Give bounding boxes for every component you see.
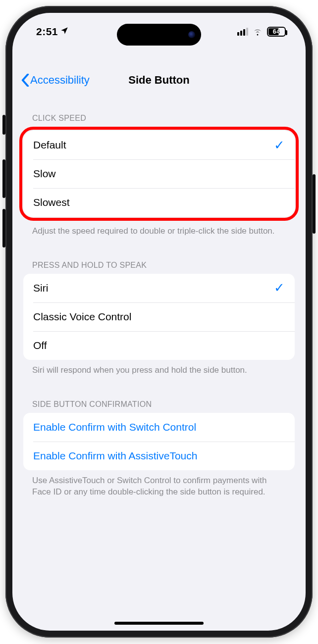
click-speed-option-default[interactable]: Default ✓ xyxy=(23,131,295,159)
checkmark-icon: ✓ xyxy=(274,280,285,296)
section-header-click-speed: CLICK SPEED xyxy=(23,107,295,127)
navigation-bar: Accessibility Side Button xyxy=(12,67,306,93)
confirmation-group: Enable Confirm with Switch Control Enabl… xyxy=(23,413,295,470)
chevron-left-icon xyxy=(21,74,29,87)
option-label: Siri xyxy=(33,282,48,294)
section-header-press-hold: PRESS AND HOLD TO SPEAK xyxy=(23,254,295,274)
battery-percent: 64 xyxy=(273,28,280,35)
section-header-confirmation: SIDE BUTTON CONFIRMATION xyxy=(23,393,295,413)
back-button[interactable]: Accessibility xyxy=(12,74,90,87)
enable-assistivetouch-link[interactable]: Enable Confirm with AssistiveTouch xyxy=(23,442,295,470)
checkmark-icon: ✓ xyxy=(274,138,285,153)
side-button-hardware xyxy=(313,174,316,234)
section-footer-press-hold: Siri will respond when you press and hol… xyxy=(23,360,295,376)
section-footer-confirmation: Use AssistiveTouch or Switch Control to … xyxy=(23,470,295,498)
location-arrow-icon xyxy=(60,26,69,38)
cellular-signal-icon xyxy=(237,28,248,36)
battery-indicator: 64 xyxy=(267,27,286,37)
click-speed-group: Default ✓ Slow Slowest xyxy=(23,131,295,217)
click-speed-option-slowest[interactable]: Slowest xyxy=(23,188,295,217)
status-bar: 2:51 64 xyxy=(12,26,306,38)
enable-switch-control-link[interactable]: Enable Confirm with Switch Control xyxy=(23,413,295,442)
volume-down-button xyxy=(2,209,5,248)
option-label: Slowest xyxy=(33,197,70,208)
option-label: Slow xyxy=(33,168,56,180)
highlight-annotation: Default ✓ Slow Slowest xyxy=(19,127,299,221)
click-speed-option-slow[interactable]: Slow xyxy=(23,159,295,188)
option-label: Off xyxy=(33,340,47,351)
volume-up-button xyxy=(2,159,5,198)
screen: 2:51 64 Accessibil xyxy=(12,13,306,631)
press-hold-option-classic[interactable]: Classic Voice Control xyxy=(23,302,295,331)
link-label: Enable Confirm with AssistiveTouch xyxy=(33,450,197,462)
content: CLICK SPEED Default ✓ Slow Slowest Adjus… xyxy=(12,107,306,631)
back-label: Accessibility xyxy=(30,74,90,87)
press-hold-option-off[interactable]: Off xyxy=(23,331,295,360)
option-label: Default xyxy=(33,139,66,151)
press-hold-group: Siri ✓ Classic Voice Control Off xyxy=(23,274,295,360)
home-indicator[interactable] xyxy=(114,622,204,625)
wifi-icon xyxy=(252,28,263,36)
device-frame: 2:51 64 Accessibil xyxy=(5,6,313,638)
section-footer-click-speed: Adjust the speed required to double or t… xyxy=(23,221,295,237)
status-time: 2:51 xyxy=(36,26,58,38)
option-label: Classic Voice Control xyxy=(33,311,131,323)
press-hold-option-siri[interactable]: Siri ✓ xyxy=(23,274,295,302)
link-label: Enable Confirm with Switch Control xyxy=(33,421,196,433)
mute-switch xyxy=(2,115,5,135)
